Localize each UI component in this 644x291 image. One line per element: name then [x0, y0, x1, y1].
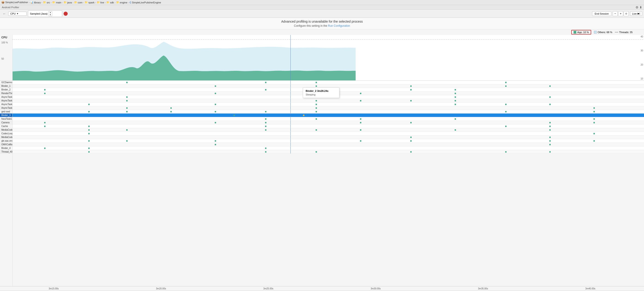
threads-dash-icon [615, 32, 618, 32]
breadcrumb-item-engine-class[interactable]: C SimpleLivePulisherEngine [130, 1, 161, 4]
thread-cursor-line [290, 128, 291, 132]
tooltip-status: Sleeping [306, 93, 336, 96]
activity-dot [265, 148, 266, 149]
activity-dot [505, 151, 506, 153]
breadcrumb-item-sdk[interactable]: 📁 sdk [106, 1, 114, 4]
title-bar: Android Profiler ⚙ ⬇ [0, 5, 644, 9]
end-session-button[interactable]: End Session [592, 11, 611, 16]
thread-cursor-line [290, 132, 291, 135]
cpu-chart[interactable]: 40 30 20 10 [12, 35, 644, 81]
activity-dot [410, 89, 412, 90]
thread-timeline-row[interactable] [12, 121, 644, 124]
activity-dot [265, 118, 266, 120]
activity-dot [88, 129, 90, 131]
activity-dot [316, 118, 317, 120]
breadcrumb-item-library[interactable]: 📊 library [30, 1, 41, 4]
record-button[interactable] [64, 12, 68, 16]
sampled-spinner[interactable]: ▲ ▼ [48, 11, 52, 16]
breadcrumb-item-com[interactable]: 📁 com [74, 1, 82, 4]
time-tick: 3m40.00s [537, 287, 644, 290]
thread-timeline-row[interactable] [12, 139, 644, 143]
activity-dot [44, 122, 46, 123]
activity-dot [215, 104, 216, 105]
activity-dot [265, 129, 266, 131]
thread-timeline-row[interactable] [12, 124, 644, 128]
zoom-out-button[interactable]: − [613, 11, 618, 16]
breadcrumb-item-engine[interactable]: 📁 engine [116, 1, 128, 4]
activity-dot [455, 89, 456, 90]
thread-timeline-row[interactable] [12, 117, 644, 121]
activity-dot [549, 151, 551, 153]
breadcrumb-item-root[interactable]: 📦 SimpleLivePublisher [1, 1, 28, 4]
activity-dot [265, 82, 266, 83]
cpu-label: CPU [10, 12, 16, 15]
activity-dot [549, 144, 551, 145]
thread-labels: GCDaemonBinder_1Binder_2RenderThreadAsyn… [0, 81, 12, 286]
back-button[interactable]: ← [2, 11, 7, 16]
activity-dot [360, 93, 361, 94]
thread-timeline-row[interactable] [12, 103, 644, 106]
activity-dot [410, 85, 412, 87]
breadcrumb-item-live[interactable]: 📁 live [97, 1, 104, 4]
activity-dot [170, 111, 172, 112]
download-icon[interactable]: ⬇ [640, 5, 642, 9]
sampled-dropdown[interactable]: Sampled (Java) ▲ ▼ [28, 10, 62, 17]
others-legend-label: Others: 68 % [598, 31, 612, 33]
thread-timeline-row[interactable] [12, 99, 644, 103]
thread-label: Cache [0, 124, 12, 128]
activity-dot [316, 82, 317, 83]
thread-label: AsyncTask #2 [0, 99, 12, 103]
activity-dot [316, 85, 317, 87]
thread-cursor-line [290, 117, 291, 121]
thread-timeline-row[interactable] [12, 146, 644, 150]
threads-legend: Threads: 35 [615, 31, 632, 33]
thread-timeline-row[interactable] [12, 143, 644, 146]
thread-timeline-row[interactable] [12, 150, 644, 154]
thread-cursor-line [290, 81, 291, 84]
activity-dot [549, 140, 551, 142]
settings-icon[interactable]: ⚙ [636, 5, 638, 9]
activity-dot [316, 111, 317, 112]
thread-timeline-row[interactable] [12, 132, 644, 135]
thread-cursor-line [290, 110, 291, 113]
activity-dot [549, 126, 551, 127]
activity-dot [265, 151, 266, 153]
live-label: Live [632, 12, 637, 15]
thread-timeline-row[interactable] [12, 106, 644, 110]
activity-dot [410, 151, 412, 153]
warning-subtitle: Configure this setting in the Run Config… [0, 24, 644, 27]
activity-dot [594, 111, 595, 112]
activity-dot [360, 140, 361, 142]
breadcrumb-item-java[interactable]: 📁 java [64, 1, 72, 4]
activity-dot [44, 93, 46, 94]
activity-dot [594, 122, 595, 123]
thread-cursor-line [290, 135, 291, 139]
cpu-dropdown[interactable]: CPU ▼ [8, 12, 26, 16]
breadcrumb-item-src[interactable]: 📁 src [43, 1, 50, 4]
thread-timeline-row[interactable] [12, 81, 644, 84]
breadcrumb-item-main[interactable]: 📁 main [52, 1, 61, 4]
activity-dot [126, 129, 128, 131]
thread-timeline-row[interactable] [12, 135, 644, 139]
activity-dot [126, 111, 128, 112]
activity-dot [549, 122, 551, 123]
activity-dot [44, 89, 46, 90]
activity-dot [215, 85, 216, 87]
run-config-link[interactable]: Run Configuration [328, 24, 350, 27]
time-tick: 3m20.00s [107, 287, 214, 290]
breadcrumb-item-spark[interactable]: 📁 spark [84, 1, 94, 4]
thread-timeline-row[interactable] [12, 110, 644, 113]
live-button[interactable]: Live ▶| [630, 11, 642, 16]
thread-label: Binder_2 [0, 88, 12, 92]
thread-timeline-row[interactable] [12, 113, 644, 117]
activity-dot [410, 100, 412, 101]
time-tick: 3m25.00s [215, 287, 322, 290]
thread-cursor-line [290, 103, 291, 106]
zoom-fit-button[interactable]: ⊙ [624, 11, 629, 16]
activity-dot [455, 96, 456, 98]
thread-timeline-row[interactable] [12, 128, 644, 132]
activity-dot [265, 122, 266, 123]
thread-cursor-line [290, 143, 291, 146]
thread-label: gle.aac.encoder [0, 139, 12, 143]
zoom-in-button[interactable]: + [618, 11, 623, 16]
